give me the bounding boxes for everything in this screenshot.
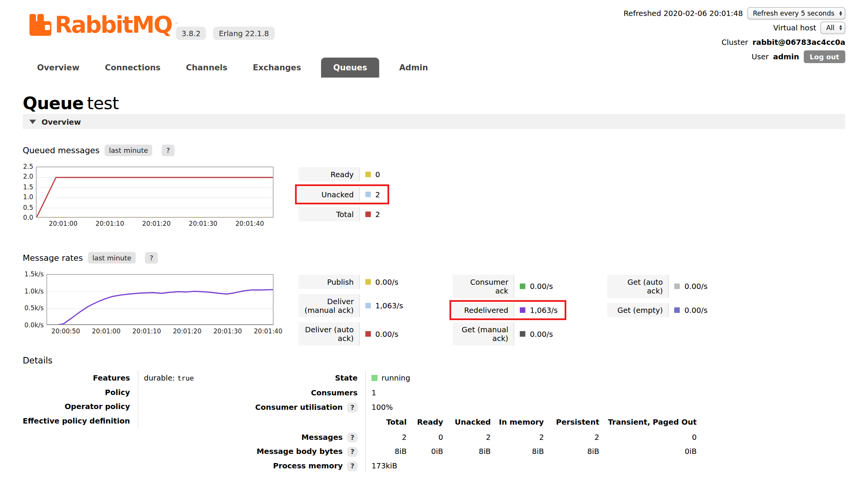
series-deliver-manual-ack bbox=[47, 290, 274, 325]
refresh-interval-select[interactable]: Refresh every 5 seconds ▲▼ bbox=[747, 7, 845, 19]
legend-row-deliver-manual-ack: Deliver (manual ack)1,063/s bbox=[298, 294, 409, 317]
logout-button[interactable]: Log out bbox=[804, 50, 846, 63]
legend-swatch-get-auto-ack bbox=[675, 284, 680, 289]
virtual-host-value: All bbox=[826, 24, 835, 32]
rates-legend-column-2: Consumer ack0.00/sRedelivered1,063/sGet … bbox=[453, 274, 563, 345]
legend-swatch-unacked bbox=[365, 192, 371, 197]
legend-swatch-total bbox=[365, 211, 371, 217]
x-tick-label: 20:01:10 bbox=[95, 220, 124, 227]
fact-label: Consumers bbox=[255, 385, 366, 400]
legend-row-unacked-highlighted: Unacked2 bbox=[298, 187, 386, 201]
fact-value-content: 100% bbox=[371, 402, 393, 411]
series-unacked bbox=[36, 178, 273, 217]
virtual-host-label: Virtual host bbox=[773, 23, 816, 32]
tab-connections[interactable]: Connections bbox=[99, 57, 166, 77]
stats-cell: 0 bbox=[599, 430, 697, 444]
stats-cell: 8iB bbox=[443, 444, 491, 458]
rates-legend-column-1: Publish0.00/sDeliver (manual ack)1,063/s… bbox=[298, 274, 409, 345]
fact-label: Effective policy definition bbox=[23, 414, 138, 428]
x-tick-label: 20:01:20 bbox=[142, 220, 171, 227]
queued-help-icon[interactable]: ? bbox=[162, 144, 174, 156]
rates-range-badge[interactable]: last minute bbox=[88, 252, 136, 264]
x-tick-label: 20:01:00 bbox=[92, 327, 120, 335]
overview-section-toggle[interactable]: Overview bbox=[23, 114, 846, 129]
legend-row-total: Total2 bbox=[298, 207, 386, 222]
message-rates-plot bbox=[46, 274, 273, 325]
stats-cell: 0iB bbox=[407, 444, 443, 458]
stats-cell: 2 bbox=[544, 430, 599, 444]
queue-name: test bbox=[87, 93, 119, 113]
legend-swatch-get-empty bbox=[675, 307, 680, 313]
legend-swatch-redelivered bbox=[520, 307, 526, 313]
message-rates-title: Message rates bbox=[23, 253, 83, 263]
legend-swatch-consumer-ack bbox=[520, 284, 526, 289]
collapse-triangle-icon bbox=[29, 119, 36, 124]
virtual-host-select[interactable]: All ▲▼ bbox=[820, 22, 845, 34]
main-content: Queuetest Overview Queued messages last … bbox=[0, 93, 868, 473]
stats-header-spacer bbox=[255, 414, 366, 430]
fact-value-content: running bbox=[371, 373, 410, 382]
legend-number: 0.00/s bbox=[530, 330, 553, 338]
fact-value-mono: true bbox=[177, 374, 194, 382]
legend-label: Publish bbox=[298, 274, 359, 289]
legend-row-get-empty: Get (empty)0.00/s bbox=[608, 303, 713, 317]
stats-row-label: Process memory? bbox=[255, 458, 366, 473]
stats-col-header-in-memory: In memory bbox=[491, 414, 544, 430]
details-section: Featuresdurable: true PolicyOperator pol… bbox=[23, 370, 846, 473]
legend-row-consumer-ack: Consumer ack0.00/s bbox=[453, 274, 559, 298]
fact-row-effective-policy-definition: Effective policy definition bbox=[23, 414, 194, 428]
fact-value-text: running bbox=[382, 373, 410, 382]
help-icon[interactable]: ? bbox=[347, 461, 358, 471]
legend-value: 2 bbox=[359, 187, 385, 201]
queued-messages-block: 0.00.51.01.52.02.5 20:01:0020:01:1020:01… bbox=[23, 167, 846, 230]
tab-channels[interactable]: Channels bbox=[181, 57, 233, 77]
stats-cell: 0iB bbox=[599, 444, 697, 458]
y-tick-label: 2.0 bbox=[23, 173, 33, 181]
legend-swatch-deliver-manual-ack bbox=[365, 303, 371, 309]
legend-row-publish: Publish0.00/s bbox=[298, 274, 404, 289]
legend-value: 0.00/s bbox=[668, 274, 713, 298]
fact-label: Operator policy bbox=[23, 399, 138, 414]
legend-row-deliver-auto-ack: Deliver (auto ack)0.00/s bbox=[298, 322, 404, 346]
cluster-row: Cluster rabbit@06783ac4cc0a bbox=[722, 36, 846, 48]
tab-admin[interactable]: Admin bbox=[394, 57, 434, 77]
details-right-column: StaterunningConsumers1Consumer utilisati… bbox=[255, 370, 697, 473]
brand-wordmark: RabbitMQ ™ bbox=[55, 12, 179, 40]
queued-range-badge[interactable]: last minute bbox=[105, 144, 152, 156]
y-tick-label: 1.5 bbox=[23, 183, 33, 191]
state-indicator-swatch bbox=[371, 374, 377, 381]
rates-help-icon[interactable]: ? bbox=[145, 252, 158, 264]
legend-row-get-auto-ack: Get (auto ack)0.00/s bbox=[608, 274, 713, 298]
select-arrows-icon: ▲▼ bbox=[839, 11, 842, 16]
legend-value: 2 bbox=[359, 207, 385, 222]
x-tick-label: 20:01:10 bbox=[132, 327, 161, 335]
version-badge: 3.8.2 bbox=[176, 27, 206, 40]
x-tick-label: 20:01:00 bbox=[49, 220, 78, 227]
help-icon[interactable]: ? bbox=[347, 447, 358, 457]
y-tick-label: 1.0k/s bbox=[24, 287, 44, 295]
queued-messages-plot bbox=[36, 167, 274, 217]
x-tick-label: 20:01:30 bbox=[189, 220, 217, 227]
help-icon[interactable]: ? bbox=[347, 432, 358, 442]
rabbitmq-logo[interactable]: RabbitMQ ™ bbox=[29, 12, 179, 40]
refresh-interval-value: Refresh every 5 seconds bbox=[753, 10, 835, 17]
y-tick-label: 0.5k/s bbox=[24, 304, 44, 312]
legend-label: Deliver (auto ack) bbox=[298, 322, 359, 346]
help-icon[interactable]: ? bbox=[347, 402, 358, 412]
tab-overview[interactable]: Overview bbox=[32, 57, 85, 77]
y-tick-label: 0.0 bbox=[23, 214, 33, 221]
stats-cell-span: 173kiB bbox=[366, 458, 697, 473]
legend-value: 0 bbox=[359, 167, 385, 182]
fact-row-policy: Policy bbox=[23, 385, 194, 399]
legend-label: Ready bbox=[298, 167, 359, 182]
fact-label: Policy bbox=[23, 385, 138, 399]
tab-exchanges[interactable]: Exchanges bbox=[247, 57, 307, 77]
legend-row-ready: Ready0 bbox=[298, 167, 386, 182]
stats-header-row: TotalReadyUnackedIn memoryPersistentTran… bbox=[255, 414, 697, 430]
x-axis-labels: 20:00:5020:01:0020:01:1020:01:2020:01:30… bbox=[46, 327, 273, 337]
legend-label: Get (auto ack) bbox=[608, 274, 668, 298]
legend-value: 0.00/s bbox=[359, 322, 404, 346]
legend-label: Get (empty) bbox=[608, 303, 668, 317]
tab-queues[interactable]: Queues bbox=[321, 57, 379, 77]
x-tick-label: 20:01:20 bbox=[173, 327, 201, 335]
